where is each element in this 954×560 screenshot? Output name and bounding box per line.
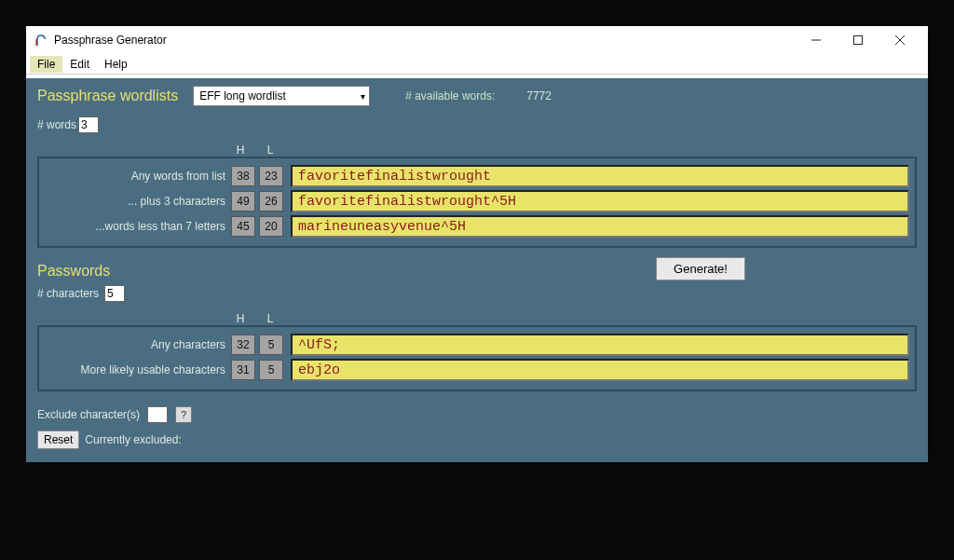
- row-label: More likely usable characters: [81, 363, 225, 376]
- menu-file[interactable]: File: [30, 56, 62, 73]
- passphrase-output[interactable]: favoritefinalistwrought: [291, 165, 909, 187]
- window-title: Passphrase Generator: [54, 34, 167, 47]
- col-h: H: [229, 143, 252, 157]
- col-l: L: [259, 312, 281, 325]
- passwords-hl-header: H L: [224, 307, 917, 327]
- passwords-title: Passwords: [37, 263, 484, 280]
- currently-excluded-label: Currently excluded:: [85, 433, 181, 446]
- row-label: Any characters: [151, 338, 225, 351]
- app-icon: [34, 33, 48, 48]
- app-window: Passphrase Generator File Edit Help Pass…: [26, 26, 928, 462]
- num-chars-label: # characters: [37, 287, 99, 300]
- num-words-label: # words: [37, 118, 76, 131]
- passphrase-output-frame: Any words from list 38 23 favoritefinali…: [37, 157, 917, 248]
- num-chars-row: # characters 5: [37, 280, 917, 307]
- password-row: More likely usable characters 31 5 ebj2o: [45, 359, 909, 381]
- passphrase-output[interactable]: marineuneasyvenue^5H: [291, 215, 909, 238]
- h-value: 38: [231, 166, 255, 186]
- l-value: 20: [259, 216, 283, 237]
- exclude-row: Exclude character(s) ?: [37, 406, 917, 423]
- menu-edit[interactable]: Edit: [62, 56, 97, 73]
- h-value: 31: [231, 360, 255, 380]
- reset-button[interactable]: Reset: [37, 430, 79, 449]
- passphrase-row: ...words less than 7 letters 45 20 marin…: [45, 215, 909, 238]
- l-value: 5: [259, 360, 283, 380]
- h-value: 32: [231, 335, 255, 355]
- exclude-help-button[interactable]: ?: [175, 406, 192, 423]
- passphrase-hl-header: H L: [224, 138, 917, 158]
- chevron-down-icon: ▾: [361, 91, 365, 102]
- exclude-input[interactable]: [147, 406, 168, 423]
- password-output[interactable]: ebj2o: [291, 359, 909, 381]
- passphrase-row: Any words from list 38 23 favoritefinali…: [45, 165, 909, 187]
- menubar: File Edit Help: [26, 54, 928, 75]
- l-value: 5: [259, 335, 283, 355]
- available-words-value: 7772: [526, 89, 552, 102]
- exclude-label: Exclude character(s): [37, 408, 140, 421]
- wordlists-header: Passphrase wordlists EFF long wordlist ▾…: [37, 86, 917, 106]
- col-h: H: [229, 312, 252, 325]
- num-words-input[interactable]: 3: [78, 116, 99, 133]
- row-label: Any words from list: [131, 170, 225, 183]
- svg-rect-1: [853, 36, 862, 45]
- num-words-row: # words 3: [37, 112, 917, 138]
- passphrase-row: ... plus 3 characters 49 26 favoritefina…: [45, 190, 909, 212]
- password-output-frame: Any characters 32 5 ^UfS; More likely us…: [37, 325, 917, 391]
- available-words-label: # available words:: [405, 89, 495, 102]
- wordlist-select-value: EFF long wordlist: [199, 89, 286, 102]
- h-value: 45: [231, 216, 255, 237]
- num-chars-input[interactable]: 5: [104, 285, 125, 302]
- reset-row: Reset Currently excluded:: [37, 430, 917, 449]
- password-output[interactable]: ^UfS;: [291, 334, 909, 356]
- generate-button[interactable]: Generate!: [656, 257, 745, 280]
- passphrase-output[interactable]: favoritefinalistwrought^5H: [291, 190, 909, 212]
- l-value: 23: [259, 166, 283, 186]
- titlebar: Passphrase Generator: [26, 26, 928, 54]
- row-label: ... plus 3 characters: [128, 195, 225, 208]
- col-l: L: [259, 143, 281, 157]
- password-row: Any characters 32 5 ^UfS;: [45, 334, 909, 356]
- row-label: ...words less than 7 letters: [96, 220, 225, 233]
- maximize-button[interactable]: [837, 26, 879, 54]
- wordlists-title: Passphrase wordlists: [37, 88, 178, 104]
- app-body: Passphrase wordlists EFF long wordlist ▾…: [26, 78, 928, 462]
- close-button[interactable]: [879, 26, 920, 54]
- wordlist-select[interactable]: EFF long wordlist ▾: [193, 86, 370, 106]
- minimize-button[interactable]: [795, 26, 837, 54]
- l-value: 26: [259, 191, 283, 212]
- menu-help[interactable]: Help: [97, 56, 135, 73]
- h-value: 49: [231, 191, 255, 212]
